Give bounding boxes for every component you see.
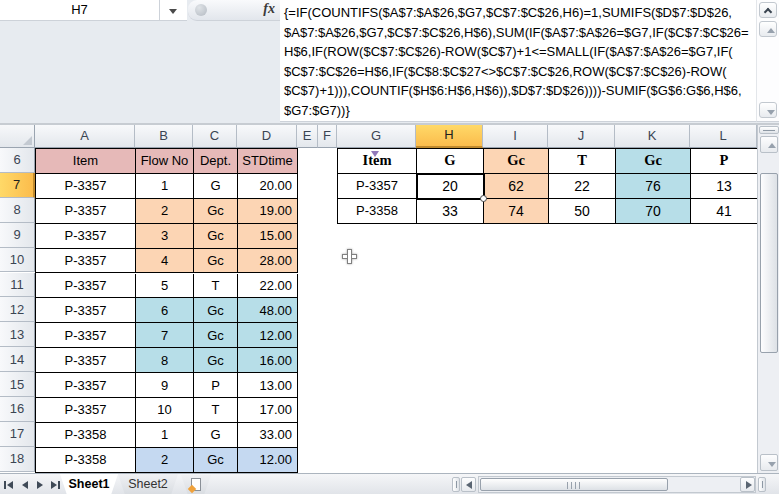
cell-D12[interactable]: 48.00 (238, 298, 298, 323)
cell-D17[interactable]: 33.00 (238, 423, 298, 448)
column-header-J[interactable]: J (548, 125, 615, 148)
cell-I6[interactable]: Gc (484, 149, 549, 174)
cell-D6[interactable]: STDtime (238, 149, 298, 174)
cell-K7[interactable]: 76 (616, 174, 691, 199)
cell-A16[interactable]: P-3357 (36, 398, 136, 423)
cell-C14[interactable]: Gc (194, 348, 238, 373)
cell-C12[interactable]: Gc (194, 298, 238, 323)
cell-A14[interactable]: P-3357 (36, 348, 136, 373)
cell-D18[interactable]: 12.00 (238, 448, 298, 473)
scroll-left-button[interactable] (461, 477, 476, 492)
row-header-13[interactable]: 13 (0, 322, 35, 347)
cell-B8[interactable]: 2 (136, 199, 194, 224)
cell-G8[interactable]: P-3358 (338, 199, 417, 224)
cell-B12[interactable]: 6 (136, 298, 194, 323)
column-header-B[interactable]: B (135, 125, 193, 148)
cell-L6[interactable]: P (691, 149, 757, 174)
column-header-C[interactable]: C (193, 125, 237, 148)
scroll-down-button[interactable] (760, 454, 778, 471)
row-header-18[interactable]: 18 (0, 447, 35, 472)
cell-D9[interactable]: 15.00 (238, 224, 298, 249)
cell-A13[interactable]: P-3357 (36, 323, 136, 348)
cell-A7[interactable]: P-3357 (36, 174, 136, 199)
cell-J6[interactable]: T (549, 149, 616, 174)
cell-D10[interactable]: 28.00 (238, 249, 298, 274)
cell-H7[interactable]: 20 (417, 174, 484, 199)
cell-A12[interactable]: P-3357 (36, 298, 136, 323)
cell-L7[interactable]: 13 (691, 174, 757, 199)
cell-C13[interactable]: Gc (194, 323, 238, 348)
cell-B17[interactable]: 1 (136, 423, 194, 448)
cell-C18[interactable]: Gc (194, 448, 238, 473)
insert-function-icon[interactable]: fx (263, 1, 275, 17)
cell-B9[interactable]: 3 (136, 224, 194, 249)
cell-B18[interactable]: 2 (136, 448, 194, 473)
row-header-11[interactable]: 11 (0, 273, 35, 298)
cell-C6[interactable]: Dept. (194, 149, 238, 174)
row-header-15[interactable]: 15 (0, 372, 35, 397)
row-header-17[interactable]: 17 (0, 422, 35, 447)
name-box-dropdown[interactable] (160, 0, 187, 21)
horizontal-scrollbar-thumb[interactable] (480, 478, 668, 491)
cell-B11[interactable]: 5 (136, 274, 194, 299)
row-header-16[interactable]: 16 (0, 397, 35, 422)
column-header-D[interactable]: D (237, 125, 297, 148)
column-header-H[interactable]: H (416, 125, 483, 148)
cell-C8[interactable]: Gc (194, 199, 238, 224)
row-header-12[interactable]: 12 (0, 297, 35, 322)
formula-input[interactable]: {=IF(COUNTIFS($A$7:$A$26,$G7,$C$7:$C$26,… (280, 0, 756, 122)
cell-B10[interactable]: 4 (136, 249, 194, 274)
cell-A15[interactable]: P-3357 (36, 373, 136, 398)
cell-K8[interactable]: 70 (616, 199, 691, 224)
cell-C17[interactable]: G (194, 423, 238, 448)
row-header-7[interactable]: 7 (0, 173, 35, 198)
cell-A17[interactable]: P-3358 (36, 423, 136, 448)
scrollbar-resize-handle[interactable] (758, 477, 766, 492)
cell-D7[interactable]: 20.00 (238, 174, 298, 199)
scroll-up-button[interactable] (760, 136, 778, 153)
cell-A10[interactable]: P-3357 (36, 249, 136, 274)
column-header-E[interactable]: E (297, 125, 318, 148)
column-header-G[interactable]: G (337, 125, 416, 148)
horizontal-scrollbar[interactable] (478, 476, 756, 493)
cell-C10[interactable]: Gc (194, 249, 238, 274)
cell-A9[interactable]: P-3357 (36, 224, 136, 249)
cell-D14[interactable]: 16.00 (238, 348, 298, 373)
last-sheet-button[interactable] (48, 477, 62, 492)
cell-D11[interactable]: 22.00 (238, 274, 298, 299)
cell-A18[interactable]: P-3358 (36, 448, 136, 473)
next-sheet-button[interactable] (33, 477, 47, 492)
row-header-14[interactable]: 14 (0, 347, 35, 372)
cell-B13[interactable]: 7 (136, 323, 194, 348)
row-header-6[interactable]: 6 (0, 148, 35, 173)
cell-J8[interactable]: 50 (549, 199, 616, 224)
column-header-K[interactable]: K (615, 125, 690, 148)
cell-D13[interactable]: 12.00 (238, 323, 298, 348)
column-header-L[interactable]: L (690, 125, 757, 148)
formula-scroll-down-button[interactable] (759, 102, 777, 118)
cell-J7[interactable]: 22 (549, 174, 616, 199)
formula-scroll-up-button[interactable] (759, 21, 777, 37)
vertical-scrollbar[interactable] (757, 125, 779, 473)
cell-C16[interactable]: T (194, 398, 238, 423)
row-header-8[interactable]: 8 (0, 198, 35, 223)
cell-D8[interactable]: 19.00 (238, 199, 298, 224)
cell-A8[interactable]: P-3357 (36, 199, 136, 224)
cell-B15[interactable]: 9 (136, 373, 194, 398)
row-header-10[interactable]: 10 (0, 248, 35, 273)
row-header-9[interactable]: 9 (0, 223, 35, 248)
select-all-button[interactable] (0, 125, 35, 148)
cell-C7[interactable]: G (194, 174, 238, 199)
cell-B6[interactable]: Flow No (136, 149, 194, 174)
tab-sheet1[interactable]: Sheet1 (60, 474, 118, 494)
previous-sheet-button[interactable] (18, 477, 32, 492)
cell-C11[interactable]: T (194, 274, 238, 299)
scroll-right-button[interactable] (740, 477, 755, 492)
tab-sheet2[interactable]: Sheet2 (118, 474, 178, 494)
cell-A11[interactable]: P-3357 (36, 274, 136, 299)
cell-B16[interactable]: 10 (136, 398, 194, 423)
collapse-formula-bar-button[interactable] (759, 2, 777, 18)
cell-C9[interactable]: Gc (194, 224, 238, 249)
cell-H6[interactable]: G (417, 149, 484, 174)
cell-H8[interactable]: 33 (417, 199, 484, 224)
